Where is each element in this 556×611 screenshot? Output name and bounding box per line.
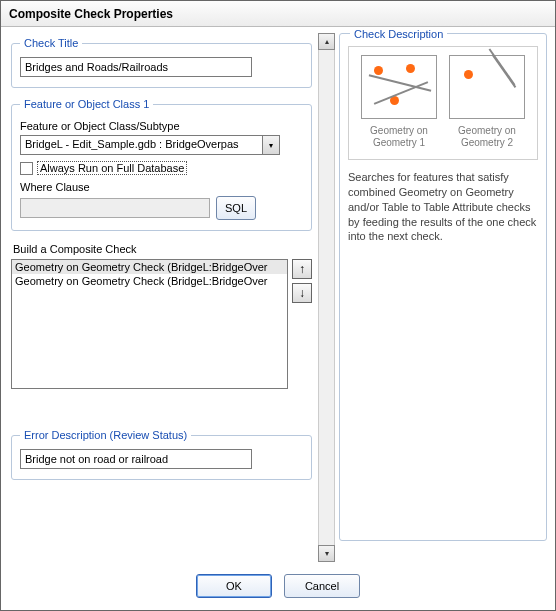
thumbnail-1: Geometry on Geometry 1 xyxy=(359,55,439,149)
error-description-input[interactable] xyxy=(20,449,252,469)
error-description-legend: Error Description (Review Status) xyxy=(20,429,191,441)
always-run-checkbox[interactable] xyxy=(20,162,33,175)
vertical-scrollbar[interactable]: ▴ ▾ xyxy=(318,33,335,562)
feature-class-combo-text: BridgeL - Edit_Sample.gdb : BridgeOverpa… xyxy=(20,135,263,155)
list-item[interactable]: Geometry on Geometry Check (BridgeL:Brid… xyxy=(12,274,287,288)
build-label: Build a Composite Check xyxy=(13,243,310,255)
arrow-up-icon: ↑ xyxy=(299,262,305,276)
thumbnail-2: Geometry on Geometry 2 xyxy=(447,55,527,149)
sql-button[interactable]: SQL xyxy=(216,196,256,220)
reorder-buttons: ↑ ↓ xyxy=(292,259,312,389)
check-title-group: Check Title xyxy=(11,37,312,88)
dialog-window: Composite Check Properties Check Title F… xyxy=(0,0,556,611)
arrow-down-icon: ↓ xyxy=(299,286,305,300)
feature-class-legend: Feature or Object Class 1 xyxy=(20,98,153,110)
build-row: Geometry on Geometry Check (BridgeL:Brid… xyxy=(11,259,312,389)
window-title: Composite Check Properties xyxy=(9,7,173,21)
where-clause-input[interactable] xyxy=(20,198,210,218)
titlebar: Composite Check Properties xyxy=(1,1,555,27)
check-title-legend: Check Title xyxy=(20,37,82,49)
cancel-button[interactable]: Cancel xyxy=(284,574,360,598)
ok-button[interactable]: OK xyxy=(196,574,272,598)
thumbnails-frame: Geometry on Geometry 1 Geometry on Geome… xyxy=(348,46,538,160)
composite-check-list[interactable]: Geometry on Geometry Check (BridgeL:Brid… xyxy=(11,259,288,389)
scroll-track[interactable] xyxy=(318,50,335,545)
move-up-button[interactable]: ↑ xyxy=(292,259,312,279)
feature-class-combo[interactable]: BridgeL - Edit_Sample.gdb : BridgeOverpa… xyxy=(20,135,280,155)
check-description-legend: Check Description xyxy=(350,28,447,40)
geometry-thumb-1-icon xyxy=(361,55,437,119)
error-description-group: Error Description (Review Status) xyxy=(11,429,312,480)
check-description-group: Check Description Geometry on Geometry xyxy=(339,33,547,541)
scroll-up-button[interactable]: ▴ xyxy=(318,33,335,50)
thumbnail-1-caption: Geometry on Geometry 1 xyxy=(359,125,439,149)
move-down-button[interactable]: ↓ xyxy=(292,283,312,303)
geometry-thumb-2-icon xyxy=(449,55,525,119)
left-column: Check Title Feature or Object Class 1 Fe… xyxy=(9,33,314,562)
description-text: Searches for features that satisfy combi… xyxy=(348,170,538,244)
list-item[interactable]: Geometry on Geometry Check (BridgeL:Brid… xyxy=(12,260,287,274)
always-run-label: Always Run on Full Database xyxy=(37,161,187,175)
content-area: Check Title Feature or Object Class 1 Fe… xyxy=(1,27,555,562)
where-clause-label: Where Clause xyxy=(20,181,303,193)
check-title-input[interactable] xyxy=(20,57,252,77)
dialog-footer: OK Cancel xyxy=(1,562,555,610)
thumbnail-2-caption: Geometry on Geometry 2 xyxy=(447,125,527,149)
feature-class-label: Feature or Object Class/Subtype xyxy=(20,120,303,132)
chevron-down-icon[interactable]: ▾ xyxy=(263,135,280,155)
right-column: Check Description Geometry on Geometry xyxy=(339,33,547,562)
feature-class-group: Feature or Object Class 1 Feature or Obj… xyxy=(11,98,312,231)
scroll-down-button[interactable]: ▾ xyxy=(318,545,335,562)
